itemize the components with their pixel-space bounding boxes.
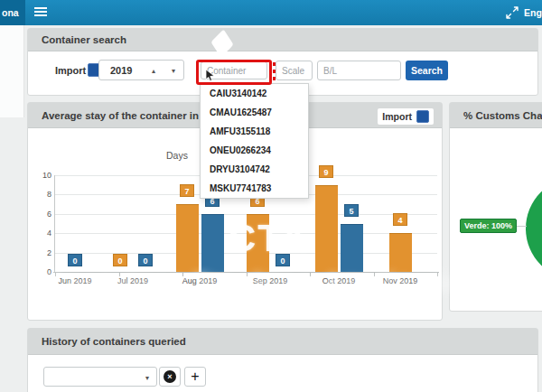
clear-history-button[interactable]: × [159, 367, 181, 387]
suggestion-item[interactable]: CAIU3140142 [201, 84, 308, 103]
x-tick-mark [437, 273, 438, 276]
suggestion-item[interactable]: AMFU3155118 [201, 122, 308, 141]
language-selector[interactable]: Eng [524, 7, 542, 18]
x-tick-label: Aug 2019 [171, 276, 229, 285]
caret-up-icon[interactable]: ▴ [152, 68, 155, 75]
bar-chart-title: Days [166, 150, 188, 161]
pie-annotation: Verde: 100% [460, 219, 517, 233]
pie-slice-verde[interactable] [526, 177, 542, 280]
x-tick-label: Jun 2019 [46, 276, 104, 285]
import-label: Import [55, 65, 86, 76]
app-logo-block: ona [0, 0, 25, 25]
bar-orange[interactable] [247, 214, 269, 272]
customs-channel-panel: % Customs Channel Verde: 100% [449, 102, 542, 312]
recording-highlight-dashes [273, 62, 276, 82]
year-selector[interactable]: 2019 ▴ ▾ [98, 60, 184, 80]
y-axis-line [54, 175, 55, 272]
container-search-title: Container search [42, 34, 126, 45]
history-panel: History of containers queried ▾ × + [27, 328, 538, 392]
x-tick-label: Sep 2019 [241, 276, 299, 285]
bar-orange[interactable] [315, 185, 338, 272]
history-select[interactable]: ▾ [43, 367, 157, 387]
import-badge-checkbox[interactable] [416, 110, 429, 123]
history-body: ▾ × + [28, 355, 537, 392]
container-search-header: Container search [28, 29, 537, 51]
collapsed-sidebar [0, 25, 24, 117]
bar-value-label: 0 [138, 254, 153, 266]
import-badge-label: Import [382, 111, 412, 122]
container-suggestions-dropdown: CAIU3140142CMAU1625487AMFU3155118ONEU026… [200, 83, 309, 199]
scale-input[interactable] [276, 61, 313, 80]
import-badge: Import [378, 108, 434, 125]
bar-orange[interactable] [176, 204, 199, 272]
y-tick-label: 2 [28, 248, 51, 257]
bl-input[interactable] [317, 61, 401, 80]
history-header: History of containers queried [28, 329, 537, 355]
bar-value-label: 0 [113, 254, 127, 266]
caret-down-icon: ▾ [145, 375, 149, 382]
y-tick-label: 6 [28, 210, 51, 219]
expand-icon[interactable] [506, 6, 519, 19]
recording-highlight-box [196, 60, 272, 85]
y-tick-label: 10 [28, 171, 51, 180]
x-tick-label: Nov 2019 [371, 276, 429, 285]
bar-value-label: 4 [393, 213, 407, 226]
x-tick-label: Oct 2019 [310, 276, 368, 285]
plus-icon: + [191, 369, 199, 384]
search-button[interactable]: Search [406, 61, 448, 80]
bar-blue[interactable] [201, 214, 224, 272]
customs-channel-header: % Customs Channel [450, 103, 542, 128]
bar-value-label: 9 [319, 165, 333, 178]
bar-value-label: 5 [344, 204, 359, 217]
add-container-button[interactable]: + [184, 367, 206, 387]
app-logo-text: ona [2, 7, 19, 18]
bar-value-label: 0 [276, 254, 290, 266]
bar-blue[interactable] [341, 224, 363, 273]
y-tick-label: 0 [28, 267, 51, 276]
circle-x-icon: × [164, 370, 176, 383]
caret-down-icon[interactable]: ▾ [172, 68, 175, 75]
hamburger-icon[interactable] [34, 7, 47, 18]
history-title: History of containers queried [42, 336, 186, 347]
x-tick-label: Jul 2019 [104, 276, 162, 285]
y-tick-label: 4 [28, 229, 51, 238]
suggestion-item[interactable]: DRYU3104742 [201, 160, 308, 179]
customs-channel-title: % Customs Channel [463, 110, 542, 121]
pie-chart-area: Verde: 100% [450, 128, 542, 311]
y-tick-label: 8 [28, 190, 51, 199]
top-navigation-bar: ona Eng [0, 0, 542, 25]
suggestion-item[interactable]: MSKU7741783 [201, 179, 308, 198]
bar-orange[interactable] [389, 233, 412, 272]
suggestion-item[interactable]: ONEU0266234 [201, 141, 308, 160]
year-value: 2019 [110, 65, 132, 76]
bar-value-label: 7 [180, 184, 194, 197]
suggestion-item[interactable]: CMAU1625487 [201, 103, 308, 122]
bar-value-label: 0 [68, 254, 82, 266]
